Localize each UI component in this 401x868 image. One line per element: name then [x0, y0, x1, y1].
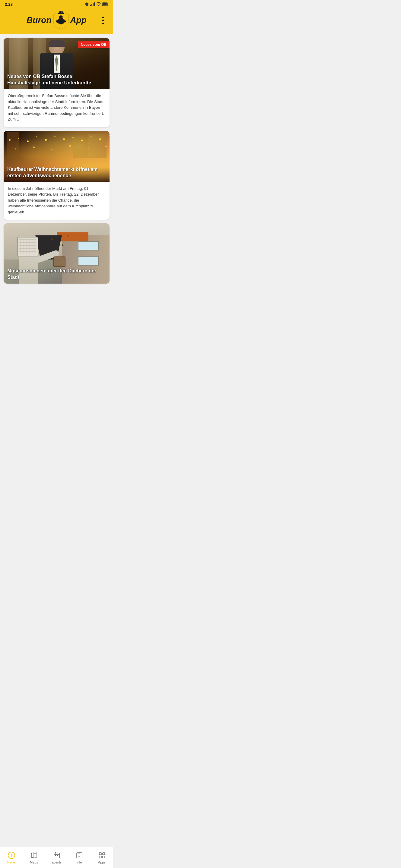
- svg-point-24: [81, 140, 83, 141]
- svg-rect-3: [94, 2, 95, 6]
- svg-rect-1: [91, 4, 92, 6]
- svg-point-19: [36, 136, 37, 137]
- article-1-image: Neues vom OB Neues von OB Stefan Bosse: …: [4, 38, 110, 89]
- svg-point-27: [109, 135, 110, 136]
- svg-point-21: [54, 135, 56, 137]
- article-1-description: Oberbürgermeister Stefan Bosse möchte Si…: [8, 93, 105, 122]
- article-3-image-title: Museumsbienen über den Dächern der Stadt: [7, 268, 106, 281]
- article-2-image: Kaufbeurer Weihnachtsmarkt öffnet am ers…: [4, 131, 110, 182]
- article-2-body: In diesem Jahr öffnet der Markt am Freit…: [4, 182, 110, 220]
- svg-point-20: [45, 139, 47, 141]
- article-1-image-title: Neues von OB Stefan Bosse: Haushaltslage…: [7, 73, 106, 86]
- article-3-image: Museumsbienen über den Dächern der Stadt: [4, 223, 110, 284]
- svg-point-17: [18, 138, 19, 139]
- svg-point-31: [69, 145, 71, 147]
- svg-point-28: [15, 148, 16, 150]
- status-icons: [85, 2, 108, 6]
- svg-text:★: ★: [63, 21, 65, 24]
- content-area: Neues vom OB Neues von OB Stefan Bosse: …: [0, 34, 113, 333]
- menu-dot-2: [102, 20, 104, 21]
- status-time: 2:28: [5, 2, 13, 7]
- battery-icon: [102, 2, 108, 6]
- menu-button[interactable]: [97, 15, 108, 26]
- svg-point-30: [51, 149, 53, 150]
- svg-point-25: [90, 136, 92, 137]
- article-card-3[interactable]: Museumsbienen über den Dächern der Stadt: [4, 223, 110, 284]
- article-card-1[interactable]: Neues vom OB Neues von OB Stefan Bosse: …: [4, 38, 110, 127]
- svg-text:★: ★: [63, 18, 65, 21]
- svg-point-33: [105, 146, 107, 147]
- header-title: Buron ★: [16, 11, 97, 30]
- shield-icon: [85, 2, 89, 6]
- wifi-icon: [96, 2, 101, 6]
- header-title-left: Buron: [27, 16, 51, 25]
- svg-point-23: [73, 137, 74, 138]
- svg-point-22: [63, 138, 65, 140]
- app-header: Buron ★: [0, 8, 113, 34]
- svg-rect-10: [58, 13, 64, 14]
- svg-point-26: [99, 138, 101, 140]
- status-bar: 2:28: [0, 0, 113, 8]
- svg-point-29: [33, 147, 35, 148]
- svg-point-18: [27, 141, 29, 142]
- svg-point-16: [9, 139, 10, 141]
- menu-dot-1: [102, 17, 104, 18]
- svg-rect-5: [103, 3, 107, 5]
- svg-rect-2: [93, 3, 93, 6]
- article-1-tag: Neues vom OB: [78, 41, 110, 48]
- menu-dot-3: [102, 23, 104, 24]
- svg-point-32: [87, 148, 89, 149]
- svg-rect-0: [90, 5, 91, 6]
- article-2-image-title: Kaufbeurer Weihnachtsmarkt öffnet am ers…: [7, 166, 106, 179]
- article-2-description: In diesem Jahr öffnet der Markt am Freit…: [8, 186, 105, 215]
- header-title-right: App: [70, 16, 87, 25]
- svg-rect-8: [60, 11, 62, 13]
- signal-icon: [90, 2, 95, 6]
- article-1-body: Oberbürgermeister Stefan Bosse möchte Si…: [4, 89, 110, 127]
- svg-rect-6: [108, 4, 108, 5]
- article-card-2[interactable]: Kaufbeurer Weihnachtsmarkt öffnet am ers…: [4, 131, 110, 220]
- app-logo: ★ ★: [53, 11, 69, 30]
